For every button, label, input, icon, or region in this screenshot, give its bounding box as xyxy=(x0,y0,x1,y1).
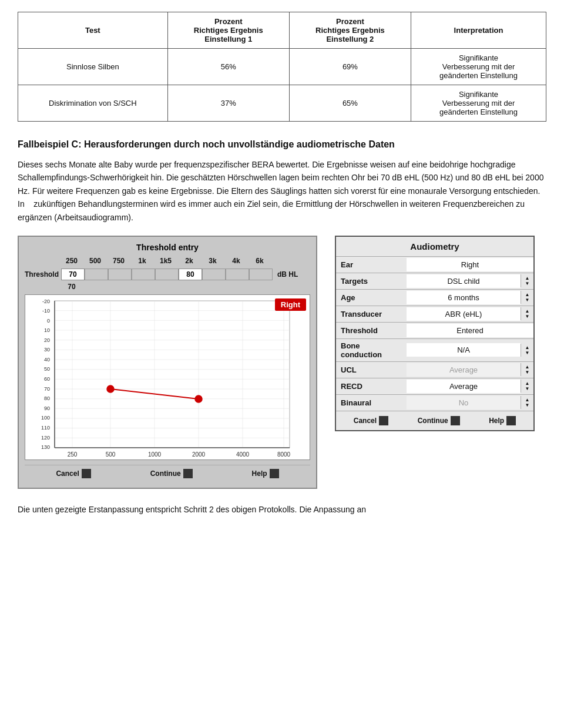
aud-value-ucl: Average xyxy=(407,363,521,377)
aud-label-transducer: Transducer xyxy=(336,307,407,321)
freq-4k: 4k xyxy=(224,257,248,265)
aud-value-bone: N/A xyxy=(407,343,521,357)
audiometry-continue-button[interactable]: Continue xyxy=(418,416,460,425)
cell-interp-2: SignifikanteVerbesserung mit dergeändert… xyxy=(411,85,546,122)
cell-col2-1: 69% xyxy=(289,49,411,85)
freq-6k: 6k xyxy=(248,257,271,265)
svg-text:130: 130 xyxy=(41,444,50,450)
aud-row-bone: Bone conduction N/A ▲▼ xyxy=(336,339,533,362)
svg-text:-20: -20 xyxy=(42,298,50,304)
threshold-row-label: Threshold xyxy=(25,270,60,279)
col-header-prozent2: ProzentRichtiges ErgebnisEinstellung 2 xyxy=(289,12,411,49)
svg-text:-10: -10 xyxy=(42,308,50,314)
second-threshold-row: 70 xyxy=(25,283,310,291)
aud-row-recd: RECD Average ▲▼ xyxy=(336,378,533,395)
aud-label-ear: Ear xyxy=(336,258,407,271)
help-icon xyxy=(270,469,279,478)
aud-value-ear: Right xyxy=(407,258,533,271)
second-th-1k xyxy=(130,283,154,291)
freq-500: 500 xyxy=(83,257,107,265)
table-row: Sinnlose Silben 56% 69% SignifikanteVerb… xyxy=(18,49,546,85)
results-table: Test ProzentRichtiges ErgebnisEinstellun… xyxy=(18,12,546,122)
binaural-spinner[interactable]: ▲▼ xyxy=(521,396,533,409)
ucl-spinner[interactable]: ▲▼ xyxy=(521,363,533,376)
svg-text:2000: 2000 xyxy=(192,451,206,458)
aud-row-ear: Ear Right xyxy=(336,257,533,273)
svg-text:8000: 8000 xyxy=(277,451,291,458)
svg-text:100: 100 xyxy=(41,415,50,421)
aud-value-age: 6 months xyxy=(407,291,521,304)
input-3k[interactable] xyxy=(202,269,226,280)
threshold-input-row: Threshold dB HL xyxy=(25,269,310,280)
svg-text:80: 80 xyxy=(44,395,50,401)
aud-help-icon xyxy=(506,416,516,425)
cell-interp-1: SignifikanteVerbesserung mit dergeändert… xyxy=(411,49,546,85)
input-1k5[interactable] xyxy=(155,269,179,280)
aud-label-bone: Bone conduction xyxy=(336,339,407,361)
aud-help-label: Help xyxy=(489,417,504,425)
targets-spinner[interactable]: ▲▼ xyxy=(521,274,533,287)
aud-label-age: Age xyxy=(336,291,407,304)
cell-col1-1: 56% xyxy=(167,49,289,85)
input-250[interactable] xyxy=(61,269,85,280)
section-c-heading: Fallbeispiel C: Herausforderungen durch … xyxy=(18,139,546,150)
cell-test-2: Diskrimination von S/SCH xyxy=(18,85,168,122)
freq-2k: 2k xyxy=(177,257,201,265)
freq-1k5: 1k5 xyxy=(154,257,177,265)
threshold-help-button[interactable]: Help xyxy=(252,469,279,478)
input-1k[interactable] xyxy=(132,269,155,280)
cancel-label: Cancel xyxy=(56,469,79,478)
second-th-6k xyxy=(248,283,271,291)
svg-text:1000: 1000 xyxy=(148,451,162,458)
threshold-inputs xyxy=(61,269,273,280)
aud-label-binaural: Binaural xyxy=(336,396,407,410)
audiometry-help-button[interactable]: Help xyxy=(489,416,516,425)
help-label: Help xyxy=(252,469,267,478)
svg-text:50: 50 xyxy=(44,366,50,372)
transducer-spinner[interactable]: ▲▼ xyxy=(521,307,533,320)
aud-row-ucl: UCL Average ▲▼ xyxy=(336,362,533,378)
svg-point-47 xyxy=(107,385,114,392)
second-th-1k5 xyxy=(154,283,177,291)
freq-labels-row: 250 500 750 1k 1k5 2k 3k 4k 6k xyxy=(25,257,310,265)
recd-spinner[interactable]: ▲▼ xyxy=(521,380,533,392)
input-6k[interactable] xyxy=(249,269,273,280)
svg-text:10: 10 xyxy=(44,327,50,333)
threshold-panel-title: Threshold entry xyxy=(25,243,310,252)
svg-text:40: 40 xyxy=(44,357,50,363)
second-th-3k xyxy=(201,283,224,291)
continue-label: Continue xyxy=(150,469,181,478)
second-th-250: 70 xyxy=(60,283,83,291)
second-th-750 xyxy=(107,283,130,291)
bone-spinner[interactable]: ▲▼ xyxy=(521,344,533,357)
svg-text:500: 500 xyxy=(106,451,116,458)
threshold-entry-panel: Threshold entry 250 500 750 1k 1k5 2k 3k… xyxy=(18,236,317,489)
input-750[interactable] xyxy=(108,269,132,280)
input-4k[interactable] xyxy=(226,269,249,280)
aud-value-binaural: No xyxy=(407,396,521,410)
second-th-500 xyxy=(83,283,107,291)
threshold-continue-button[interactable]: Continue xyxy=(150,469,193,478)
aud-value-recd: Average xyxy=(407,380,521,393)
cancel-icon xyxy=(82,469,91,478)
age-spinner[interactable]: ▲▼ xyxy=(521,291,533,304)
input-2k[interactable] xyxy=(179,269,202,280)
svg-text:90: 90 xyxy=(44,405,50,411)
aud-label-ucl: UCL xyxy=(336,363,407,377)
aud-continue-label: Continue xyxy=(418,417,448,425)
col-header-prozent1: ProzentRichtiges ErgebnisEinstellung 1 xyxy=(167,12,289,49)
section-c-body: Dieses sechs Monate alte Baby wurde per … xyxy=(18,158,546,224)
right-badge: Right xyxy=(275,298,306,311)
svg-text:60: 60 xyxy=(44,376,50,382)
aud-row-age: Age 6 months ▲▼ xyxy=(336,290,533,306)
aud-label-targets: Targets xyxy=(336,274,407,288)
freq-750: 750 xyxy=(107,257,130,265)
aud-cancel-label: Cancel xyxy=(354,417,377,425)
aud-label-recd: RECD xyxy=(336,380,407,393)
aud-value-targets: DSL child xyxy=(407,274,521,288)
freq-250: 250 xyxy=(60,257,83,265)
svg-text:120: 120 xyxy=(41,435,50,441)
audiometry-cancel-button[interactable]: Cancel xyxy=(354,416,388,425)
threshold-cancel-button[interactable]: Cancel xyxy=(56,469,90,478)
input-500[interactable] xyxy=(85,269,108,280)
